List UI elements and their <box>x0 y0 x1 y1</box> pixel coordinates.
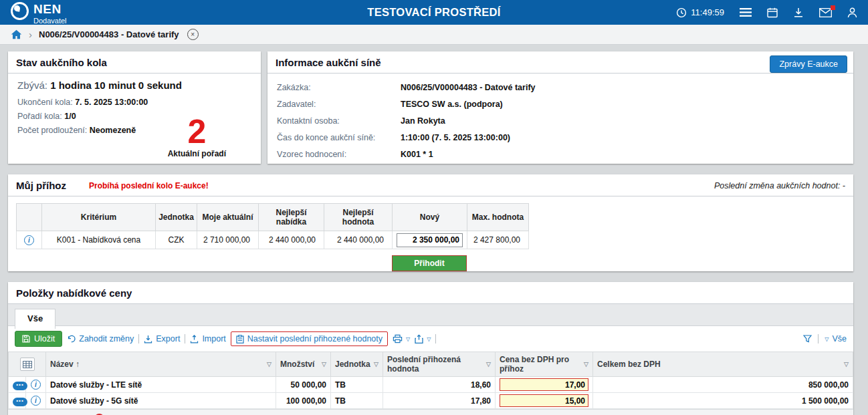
remaining-value: 1 hodina 10 minut 0 sekund <box>50 80 182 91</box>
my-bid-header-criterion: Kritérium <box>42 204 156 231</box>
printer-icon <box>393 334 403 343</box>
items-footer: Neuložené záznamy: 2 Zobrazit jen uprave… <box>8 409 853 415</box>
breadcrumb-chevron-icon: › <box>29 29 32 39</box>
calendar-icon[interactable] <box>767 7 778 18</box>
current-rank-value: 2 <box>168 117 226 147</box>
items-panel: Položky nabídkové ceny Vše Uložit Zahodi… <box>8 282 853 415</box>
user-icon[interactable] <box>847 7 857 18</box>
filter-icon[interactable]: ▽ <box>267 361 272 368</box>
items-header-row: Název ↑ ▽ Množství ▽ Jednotka ▽ <box>9 352 853 377</box>
filter-button[interactable] <box>803 335 812 343</box>
items-header-quantity[interactable]: Množství ▽ <box>276 352 331 377</box>
filter-icon[interactable]: ▽ <box>584 361 588 368</box>
clipboard-icon <box>236 335 244 343</box>
share-dropdown-icon[interactable]: ▽ <box>427 336 431 342</box>
save-button[interactable]: Uložit <box>15 331 62 347</box>
sort-asc-icon: ↑ <box>76 360 80 369</box>
place-bid-button[interactable]: Přihodit <box>392 255 467 271</box>
set-last-bid-values-link[interactable]: Nastavit poslední přihozené hodnoty <box>231 331 388 346</box>
best-bid-value: 2 440 000,00 <box>259 231 324 249</box>
clock-icon <box>676 7 687 18</box>
filter-icon[interactable]: ▽ <box>374 361 378 368</box>
filter-icon[interactable]: ▽ <box>844 361 849 368</box>
toolbar-separator <box>185 334 185 343</box>
my-bid-header-unit: Jednotka <box>156 204 197 231</box>
download-icon[interactable] <box>793 7 804 18</box>
my-bid-header-best-bid: Nejlepší nabídka <box>259 204 324 231</box>
new-bid-input[interactable] <box>397 233 463 247</box>
remaining-label: Zbývá: <box>17 80 47 91</box>
items-tabstrip: Vše <box>8 304 853 326</box>
items-header-total[interactable]: Celkem bez DPH ▽ <box>593 352 853 377</box>
view-all-selector[interactable]: ▽ Vše <box>825 334 847 343</box>
item-price-input[interactable] <box>500 394 588 407</box>
max-value: 2 427 800,00 <box>467 231 529 249</box>
remaining-time: Zbývá: 1 hodina 10 minut 0 sekund <box>17 80 251 91</box>
item-quantity: 100 000,00 <box>276 393 331 409</box>
my-bid-header-new: Nový <box>393 204 467 231</box>
auction-info-panel: Informace aukční síně Zprávy E-aukce Zak… <box>267 51 853 164</box>
item-name: Datové služby - LTE sítě <box>46 377 276 393</box>
view-dropdown-icon: ▽ <box>825 336 829 342</box>
contact-person-row: Kontaktní osoba: Jan Rokyta <box>277 113 844 130</box>
print-dropdown-icon[interactable]: ▽ <box>406 336 410 342</box>
info-icon[interactable]: i <box>24 235 34 245</box>
items-header-price[interactable]: Cena bez DPH pro příhoz ▽ <box>496 352 593 377</box>
my-bid-header-empty <box>17 204 42 231</box>
funnel-icon <box>803 335 812 343</box>
last-change-note: Poslední změna aukčních hodnot: - <box>714 181 845 190</box>
save-icon <box>22 335 30 343</box>
info-icon[interactable]: i <box>31 396 41 406</box>
close-tab-icon[interactable]: × <box>187 29 199 40</box>
current-rank-block: 2 Aktuální pořadí <box>168 117 226 158</box>
filter-icon[interactable]: ▽ <box>322 361 326 368</box>
info-icon[interactable]: i <box>31 380 41 390</box>
auction-state-title: Stav aukčního kola <box>8 51 261 74</box>
export-link[interactable]: Export <box>144 334 180 343</box>
my-bid-header-max: Max. hodnota <box>467 204 529 231</box>
auction-state-panel: Stav aukčního kola Zbývá: 1 hodina 10 mi… <box>8 51 261 164</box>
my-current-value: 2 710 000,00 <box>197 231 259 249</box>
my-bid-title: Můj příhoz <box>16 180 66 191</box>
my-bid-header-row: Kritérium Jednotka Moje aktuální Nejlepš… <box>17 204 529 231</box>
best-value: 2 440 000,00 <box>324 231 393 249</box>
import-icon <box>190 335 199 343</box>
time-to-end-row: Čas do konce aukční síně: 1:10:00 (7. 5.… <box>277 130 844 146</box>
item-price-input[interactable] <box>500 378 588 391</box>
import-link[interactable]: Import <box>190 334 225 343</box>
mail-icon[interactable] <box>819 8 832 17</box>
grid-settings-icon[interactable] <box>20 358 35 371</box>
items-header-last-bid[interactable]: Poslední přihozená hodnota ▽ <box>383 352 496 377</box>
row-menu-icon[interactable]: ••• <box>13 382 27 390</box>
item-name: Datové služby - 5G sítě <box>46 393 276 409</box>
print-button[interactable]: ▽ <box>393 334 410 343</box>
my-bid-row: i K001 - Nabídková cena CZK 2 710 000,00… <box>17 231 529 249</box>
last-round-warning: Probíhá poslední kolo E-aukce! <box>89 181 209 190</box>
logo-text: NEN <box>33 3 67 15</box>
breadcrumb-item[interactable]: N006/25/V00004483 - Datové tarify <box>39 29 179 39</box>
round-end-row: Ukončení kola: 7. 5. 2025 13:00:00 <box>17 96 251 110</box>
items-title: Položky nabídkové ceny <box>8 282 853 304</box>
nen-logo-icon <box>11 2 29 20</box>
item-unit: TB <box>331 377 383 393</box>
tab-all[interactable]: Vše <box>15 309 56 329</box>
environment-title: TESTOVACÍ PROSTŘEDÍ <box>367 6 500 19</box>
items-header-unit[interactable]: Jednotka ▽ <box>331 352 383 377</box>
item-unit: TB <box>331 393 383 409</box>
row-menu-icon[interactable]: ••• <box>13 398 27 406</box>
eauction-messages-button[interactable]: Zprávy E-aukce <box>770 55 847 73</box>
toolbar-separator <box>818 334 819 343</box>
item-last-bid-value: 18,60 <box>383 377 496 393</box>
criterion-unit: CZK <box>156 231 197 249</box>
toolbar-separator <box>435 334 436 343</box>
share-button[interactable]: ▽ <box>415 334 431 343</box>
items-header-name[interactable]: Název ↑ ▽ <box>46 352 276 377</box>
filter-icon[interactable]: ▽ <box>486 361 491 368</box>
discard-changes-link[interactable]: Zahodit změny <box>67 334 134 343</box>
nen-logo[interactable]: NEN Dodavatel <box>11 0 67 25</box>
item-total: 1 500 000,00 <box>593 393 853 409</box>
contract-row: Zakázka: N006/25/V00004483 - Datové tari… <box>277 80 844 96</box>
home-icon[interactable] <box>11 29 22 39</box>
menu-icon[interactable] <box>740 8 752 17</box>
mail-badge <box>831 5 835 10</box>
